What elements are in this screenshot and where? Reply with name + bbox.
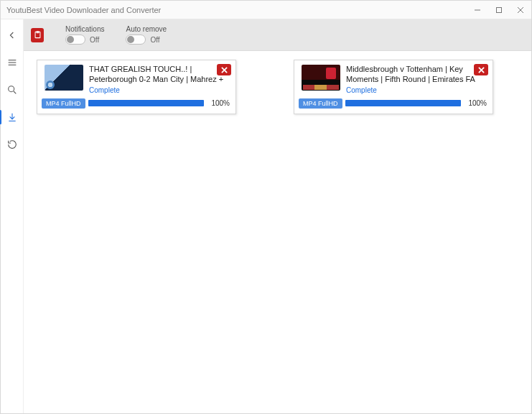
window-controls	[467, 1, 531, 19]
progress-bar	[345, 100, 461, 106]
video-title: Middlesbrough v Tottenham | Key Moments …	[346, 65, 488, 85]
titlebar: YoutuBest Video Downloader and Converter	[1, 1, 531, 19]
autoremove-state: Off	[150, 36, 159, 44]
autoremove-label: Auto remove	[126, 25, 167, 33]
svg-point-7	[8, 86, 14, 92]
menu-button[interactable]	[4, 54, 21, 71]
download-status: Complete	[89, 86, 231, 94]
format-badge: MP4 FullHD	[299, 98, 342, 109]
progress-fill	[88, 100, 204, 106]
downloads-tab[interactable]	[4, 109, 21, 126]
svg-line-8	[14, 91, 16, 93]
window-title: YoutuBest Video Downloader and Converter	[6, 6, 161, 14]
app-body: Notifications Off Auto remove Off	[1, 19, 531, 413]
download-card: Middlesbrough v Tottenham | Key Moments …	[294, 60, 493, 114]
video-thumbnail	[302, 65, 340, 91]
refresh-button[interactable]	[4, 136, 21, 153]
notifications-state: Off	[90, 36, 99, 44]
minimize-button[interactable]	[467, 1, 488, 19]
maximize-button[interactable]	[488, 1, 510, 19]
progress-fill	[345, 100, 461, 106]
progress-percent: 100%	[207, 99, 230, 107]
downloads-list: THAT GREALISH TOUCH..! | Peterborough 0-…	[24, 51, 531, 413]
toolbar: Notifications Off Auto remove Off	[24, 19, 531, 51]
progress-bar	[88, 100, 204, 106]
download-status: Complete	[346, 86, 488, 94]
main-area: Notifications Off Auto remove Off	[24, 19, 531, 413]
remove-download-button[interactable]	[217, 64, 231, 75]
format-badge: MP4 FullHD	[42, 98, 85, 109]
notifications-toggle-block: Notifications Off	[65, 25, 104, 45]
autoremove-toggle[interactable]	[126, 34, 146, 45]
back-button[interactable]	[4, 27, 21, 44]
download-card: THAT GREALISH TOUCH..! | Peterborough 0-…	[37, 60, 236, 114]
video-thumbnail	[45, 65, 83, 91]
notifications-label: Notifications	[65, 25, 104, 33]
notifications-toggle[interactable]	[65, 34, 85, 45]
sidebar	[1, 19, 24, 413]
autoremove-toggle-block: Auto remove Off	[126, 25, 167, 45]
clipboard-monitor-icon[interactable]	[31, 28, 44, 42]
search-button[interactable]	[4, 81, 21, 98]
progress-percent: 100%	[464, 99, 487, 107]
close-window-button[interactable]	[510, 1, 531, 19]
remove-download-button[interactable]	[474, 64, 488, 75]
app-window: YoutuBest Video Downloader and Converter	[0, 0, 532, 414]
svg-rect-1	[497, 7, 502, 12]
video-title: THAT GREALISH TOUCH..! | Peterborough 0-…	[89, 65, 231, 85]
